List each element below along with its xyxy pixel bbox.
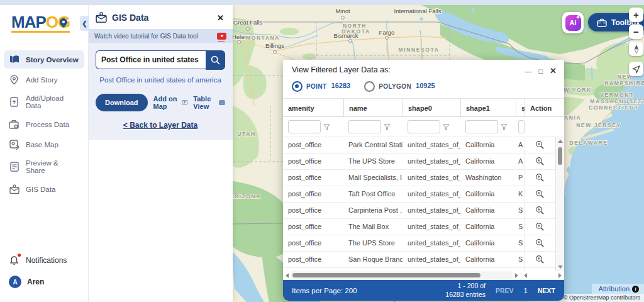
vertical-scrollbar[interactable]	[555, 137, 564, 271]
table-filter-row	[283, 117, 564, 137]
filter-funnel-icon[interactable]	[443, 124, 450, 130]
horizontal-scroll-thumb[interactable]	[292, 273, 480, 277]
current-page-number[interactable]: 1	[524, 287, 528, 294]
filter-input-name[interactable]	[348, 120, 381, 133]
sidebar-item-add-upload-data[interactable]: Add/Upload Data	[4, 91, 84, 113]
prev-page-button[interactable]: PREV	[496, 287, 514, 294]
scroll-right-arrow[interactable]	[513, 271, 521, 279]
row-zoom-action-button[interactable]	[525, 137, 555, 153]
row-zoom-action-button[interactable]	[525, 170, 555, 186]
gis-search-input[interactable]	[96, 50, 206, 69]
column-header: shape0	[402, 99, 460, 116]
user-profile-item[interactable]: A Aren	[9, 271, 79, 293]
filter-input-shape1[interactable]	[465, 120, 498, 133]
map-label-billings: Billings	[265, 42, 284, 49]
radio-polygon-count: 10925	[416, 82, 435, 89]
gis-data-icon	[9, 184, 19, 194]
scroll-down-arrow[interactable]	[558, 266, 563, 269]
sidebar-collapse-button[interactable]: ❮	[80, 16, 89, 31]
notifications-item[interactable]: Notifications	[9, 250, 79, 271]
sidebar-item-label: Base Map	[26, 141, 58, 148]
cell-amenity: post_office	[283, 170, 343, 186]
radio-polygon[interactable]: POLYGON 10925	[364, 81, 435, 92]
scroll-left-arrow[interactable]	[524, 273, 527, 278]
filter-funnel-icon[interactable]	[501, 124, 508, 130]
magnifier-plus-icon	[535, 140, 545, 150]
youtube-icon	[217, 33, 226, 40]
pagination-bar: Items per Page: 200 1 - 200 of 16283 ent…	[283, 280, 564, 301]
add-on-map-button[interactable]: Add on Map	[153, 95, 188, 110]
cell-shape1: California	[460, 137, 516, 153]
vertical-scroll-thumb[interactable]	[558, 147, 562, 165]
scroll-up-arrow[interactable]	[558, 140, 563, 143]
table-row: post_office The Mail Box united_states_o…	[283, 219, 556, 235]
maximize-icon[interactable]: □	[538, 67, 543, 75]
map-label-international-falls: International Falls	[394, 8, 441, 14]
row-zoom-action-button[interactable]	[525, 252, 555, 267]
scroll-right-arrow[interactable]	[558, 273, 562, 278]
table-row: post_office San Roque Branch united_stat…	[283, 252, 556, 268]
panel-close-button[interactable]: ✕	[216, 13, 225, 23]
radio-point[interactable]: POINT 16283	[292, 81, 350, 92]
locate-button[interactable]	[629, 62, 643, 76]
search-button[interactable]	[206, 50, 225, 70]
sparkle-icon: ✦	[576, 14, 580, 20]
cell-shape2: S	[516, 252, 525, 267]
sidebar-item-label: Process Data	[26, 121, 69, 128]
entries-range: 1 - 200 of 16283 entries	[445, 282, 486, 299]
tutorial-link[interactable]: Watch video tutorial for GIS Data tool	[88, 29, 233, 43]
map-label-connecticut: CONNECTICUT	[589, 104, 638, 111]
row-zoom-action-button[interactable]	[525, 268, 555, 271]
filter-funnel-icon[interactable]	[384, 124, 391, 130]
ai-tool-button[interactable]: Ai✦	[562, 12, 584, 33]
filter-funnel-icon[interactable]	[323, 124, 330, 130]
attribution-toggle[interactable]: Attribution i	[592, 284, 644, 294]
row-zoom-action-button[interactable]	[525, 154, 555, 169]
cell-shape2: A	[516, 154, 525, 169]
cell-shape1: California	[460, 154, 516, 169]
map-label-montana: MONTANA	[246, 35, 280, 41]
add-on-map-icon	[182, 98, 187, 107]
map-label-vermont: VERMONT	[600, 92, 634, 98]
search-result-link[interactable]: Post Office in united states of america	[96, 76, 225, 84]
horizontal-scroll-track[interactable]	[291, 271, 513, 279]
row-zoom-action-button[interactable]	[525, 235, 555, 251]
cell-shape2: P	[516, 170, 525, 186]
filter-input-shape2[interactable]	[518, 120, 525, 133]
sidebar-item-process-data[interactable]: Process Data	[4, 115, 84, 133]
cell-shape2: S	[516, 268, 525, 271]
sidebar-item-add-story[interactable]: Add Story	[4, 70, 84, 89]
cell-amenity: post_office	[283, 137, 343, 153]
column-header: shape1	[460, 99, 516, 116]
next-page-button[interactable]: NEXT	[538, 287, 555, 294]
download-button[interactable]: Download	[96, 94, 148, 111]
table-view-button[interactable]: Table View	[193, 95, 225, 110]
cell-shape0: united_states_of_...	[402, 268, 460, 271]
briefcase-icon	[597, 18, 607, 27]
logo[interactable]: MAPOG	[0, 5, 88, 39]
gis-data-panel: GIS Data ✕ Watch video tutorial for GIS …	[88, 5, 233, 302]
row-zoom-action-button[interactable]	[525, 219, 555, 235]
cell-shape1: California	[460, 186, 516, 202]
row-zoom-action-button[interactable]	[525, 186, 555, 202]
compass-button[interactable]	[629, 42, 643, 56]
sidebar-item-base-map[interactable]: Base Map	[4, 135, 84, 154]
sidebar-item-story-overview[interactable]: Story Overview	[4, 50, 84, 69]
scroll-left-arrow[interactable]	[283, 271, 291, 279]
notifications-label: Notifications	[26, 256, 67, 265]
zoom-out-button[interactable]: −	[629, 25, 643, 39]
cell-name: San Roque Branch	[343, 252, 402, 267]
gis-panel-icon	[96, 12, 107, 23]
minimize-icon[interactable]: —	[525, 67, 531, 75]
sidebar-item-preview-share[interactable]: Preview & Share	[4, 155, 84, 178]
cell-shape0: united_states_of_...	[402, 203, 460, 218]
sidebar-item-gis-data[interactable]: GIS Data	[4, 180, 84, 198]
filter-input-amenity[interactable]	[288, 120, 321, 133]
back-to-layer-data-link[interactable]: < Back to Layer Data	[96, 121, 225, 130]
zoom-in-button[interactable]: +	[629, 8, 643, 22]
row-zoom-action-button[interactable]	[525, 203, 555, 218]
close-icon[interactable]: ✕	[550, 66, 557, 76]
column-header: sl	[516, 99, 525, 116]
filter-input-shape0[interactable]	[408, 120, 440, 133]
geometry-type-radios: POINT 16283 POLYGON 10925	[283, 76, 564, 99]
